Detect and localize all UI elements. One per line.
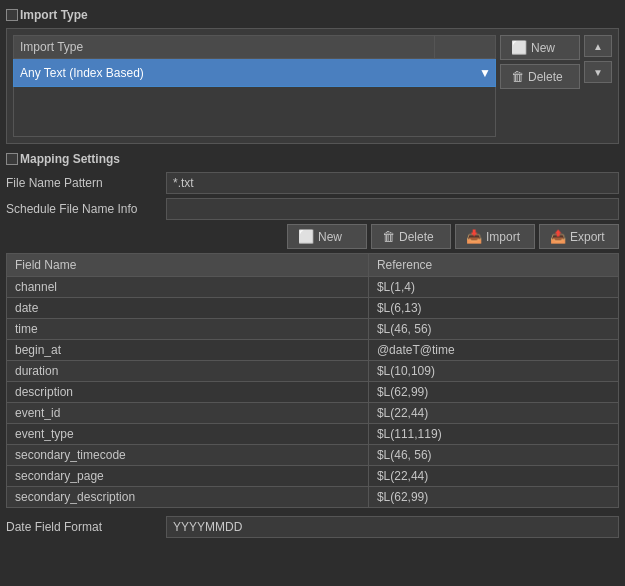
date-field-format-input[interactable] <box>166 516 619 538</box>
mapping-delete-label: Delete <box>399 230 434 244</box>
date-field-format-row: Date Field Format <box>6 512 619 542</box>
table-header-row: Field Name Reference <box>7 254 619 277</box>
select-arrow-icon: ▼ <box>479 66 495 80</box>
mapping-new-icon: ⬜ <box>298 229 314 244</box>
reference-cell: $L(10,109) <box>368 361 618 382</box>
mapping-import-label: Import <box>486 230 520 244</box>
table-row: event_id$L(22,44) <box>7 403 619 424</box>
import-type-empty-area <box>13 87 496 137</box>
file-name-pattern-row: File Name Pattern <box>6 172 619 194</box>
field-name-cell: secondary_page <box>7 466 369 487</box>
table-row: begin_at@dateT@time <box>7 340 619 361</box>
field-name-cell: begin_at <box>7 340 369 361</box>
reference-cell: $L(46, 56) <box>368 445 618 466</box>
field-name-cell: secondary_description <box>7 487 369 508</box>
field-name-cell: event_type <box>7 424 369 445</box>
reference-cell: $L(62,99) <box>368 487 618 508</box>
import-type-select[interactable]: Any Text (Index Based) CSV XML JSON <box>14 64 479 82</box>
import-type-new-label: New <box>531 41 555 55</box>
reference-cell: $L(62,99) <box>368 382 618 403</box>
table-row: date$L(6,13) <box>7 298 619 319</box>
mapping-delete-button[interactable]: 🗑 Delete <box>371 224 451 249</box>
table-row: secondary_description$L(62,99) <box>7 487 619 508</box>
import-type-col2-header <box>435 36 495 58</box>
table-row: channel$L(1,4) <box>7 277 619 298</box>
reference-cell: $L(6,13) <box>368 298 618 319</box>
delete-icon: 🗑 <box>511 69 524 84</box>
reference-cell: $L(46, 56) <box>368 319 618 340</box>
mapping-export-button[interactable]: 📤 Export <box>539 224 619 249</box>
reference-cell: @dateT@time <box>368 340 618 361</box>
table-row: secondary_timecode$L(46, 56) <box>7 445 619 466</box>
date-field-format-label: Date Field Format <box>6 520 166 534</box>
table-row: secondary_page$L(22,44) <box>7 466 619 487</box>
arrow-up-button[interactable]: ▲ <box>584 35 612 57</box>
table-row: time$L(46, 56) <box>7 319 619 340</box>
import-type-col1-header: Import Type <box>14 36 435 58</box>
import-type-delete-label: Delete <box>528 70 563 84</box>
mapping-import-icon: 📥 <box>466 229 482 244</box>
import-type-panel: Import Type Any Text (Index Based) CSV X… <box>6 28 619 144</box>
import-type-select-row[interactable]: Any Text (Index Based) CSV XML JSON ▼ <box>13 59 496 87</box>
mapping-new-label: New <box>318 230 342 244</box>
table-row: duration$L(10,109) <box>7 361 619 382</box>
import-controls-right: ⬜ New 🗑 Delete <box>500 35 580 137</box>
file-name-pattern-label: File Name Pattern <box>6 176 166 190</box>
mapping-export-label: Export <box>570 230 605 244</box>
import-type-header: Import Type <box>13 35 496 59</box>
import-type-row: Import Type Any Text (Index Based) CSV X… <box>13 35 612 137</box>
reference-cell: $L(22,44) <box>368 403 618 424</box>
field-name-cell: duration <box>7 361 369 382</box>
reference-header: Reference <box>368 254 618 277</box>
field-mapping-table: Field Name Reference channel$L(1,4)date$… <box>6 253 619 508</box>
mapping-new-button[interactable]: ⬜ New <box>287 224 367 249</box>
mapping-settings-section: Mapping Settings File Name Pattern Sched… <box>6 152 619 542</box>
reference-cell: $L(22,44) <box>368 466 618 487</box>
file-name-pattern-input[interactable] <box>166 172 619 194</box>
mapping-export-icon: 📤 <box>550 229 566 244</box>
table-row: event_type$L(111,119) <box>7 424 619 445</box>
schedule-file-name-info-input[interactable] <box>166 198 619 220</box>
field-name-cell: event_id <box>7 403 369 424</box>
schedule-file-name-info-label: Schedule File Name Info <box>6 202 166 216</box>
field-name-cell: time <box>7 319 369 340</box>
table-row: description$L(62,99) <box>7 382 619 403</box>
import-type-delete-button[interactable]: 🗑 Delete <box>500 64 580 89</box>
import-type-new-button[interactable]: ⬜ New <box>500 35 580 60</box>
new-icon: ⬜ <box>511 40 527 55</box>
field-name-cell: date <box>7 298 369 319</box>
schedule-file-name-info-row: Schedule File Name Info <box>6 198 619 220</box>
import-type-left: Import Type Any Text (Index Based) CSV X… <box>13 35 496 137</box>
arrow-down-button[interactable]: ▼ <box>584 61 612 83</box>
import-type-section: Import Type Import Type Any Text (Index … <box>6 8 619 144</box>
mapping-action-buttons: ⬜ New 🗑 Delete 📥 Import 📤 Export <box>6 224 619 249</box>
field-name-cell: secondary_timecode <box>7 445 369 466</box>
mapping-delete-icon: 🗑 <box>382 229 395 244</box>
table-body: channel$L(1,4)date$L(6,13)time$L(46, 56)… <box>7 277 619 508</box>
field-name-header: Field Name <box>7 254 369 277</box>
reference-cell: $L(1,4) <box>368 277 618 298</box>
mapping-import-button[interactable]: 📥 Import <box>455 224 535 249</box>
reference-cell: $L(111,119) <box>368 424 618 445</box>
import-type-title: Import Type <box>6 8 619 22</box>
field-name-cell: description <box>7 382 369 403</box>
arrow-buttons: ▲ ▼ <box>584 35 612 137</box>
field-name-cell: channel <box>7 277 369 298</box>
mapping-settings-title: Mapping Settings <box>6 152 619 166</box>
